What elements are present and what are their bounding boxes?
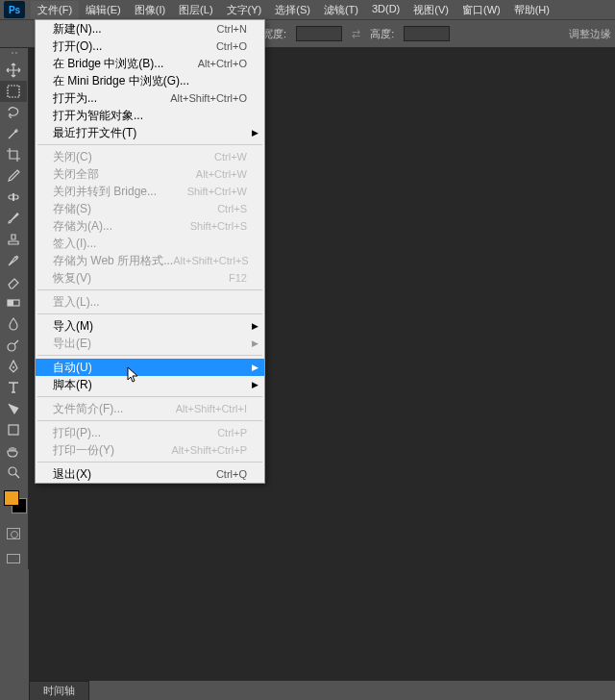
file-menu-item-5[interactable]: 打开为智能对象... bbox=[36, 107, 264, 124]
file-menu-item-2[interactable]: 在 Bridge 中浏览(B)...Alt+Ctrl+O bbox=[36, 55, 264, 72]
menu-3[interactable]: 图层(L) bbox=[172, 1, 219, 19]
menu-item-label: 打印(P)... bbox=[53, 425, 101, 441]
menu-10[interactable]: 帮助(H) bbox=[507, 1, 556, 19]
menu-2[interactable]: 图像(I) bbox=[128, 1, 172, 19]
file-menu-item-23[interactable]: 脚本(R)▶ bbox=[36, 376, 264, 393]
zoom-tool[interactable] bbox=[0, 462, 27, 483]
menu-separator bbox=[37, 313, 262, 314]
menu-item-shortcut: Shift+Ctrl+W bbox=[187, 186, 247, 197]
menu-8[interactable]: 视图(V) bbox=[406, 1, 455, 19]
height-field[interactable] bbox=[404, 26, 450, 41]
dodge-tool[interactable] bbox=[0, 335, 27, 356]
submenu-arrow-icon: ▶ bbox=[252, 321, 258, 331]
stamp-tool[interactable] bbox=[0, 229, 27, 250]
menu-1[interactable]: 编辑(E) bbox=[79, 1, 128, 19]
menu-item-label: 脚本(R) bbox=[53, 377, 92, 393]
file-menu-item-19[interactable]: 导入(M)▶ bbox=[36, 317, 264, 335]
svg-point-9 bbox=[9, 467, 16, 475]
file-menu-item-9: 关闭全部Alt+Ctrl+W bbox=[36, 165, 264, 183]
submenu-arrow-icon: ▶ bbox=[252, 128, 258, 138]
file-menu-item-3[interactable]: 在 Mini Bridge 中浏览(G)... bbox=[36, 72, 264, 89]
menu-item-label: 存储为(A)... bbox=[53, 218, 112, 235]
file-menu-item-8: 关闭(C)Ctrl+W bbox=[36, 148, 264, 165]
file-menu-item-4[interactable]: 打开为...Alt+Shift+Ctrl+O bbox=[36, 89, 264, 107]
svg-rect-8 bbox=[9, 425, 18, 435]
menu-item-shortcut: Alt+Ctrl+O bbox=[198, 58, 247, 69]
menu-item-label: 打开(O)... bbox=[53, 38, 102, 55]
file-menu-item-15: 恢复(V)F12 bbox=[36, 269, 264, 287]
submenu-arrow-icon: ▶ bbox=[252, 380, 258, 389]
width-field[interactable] bbox=[296, 26, 342, 41]
brush-tool[interactable] bbox=[0, 208, 27, 229]
menu-item-label: 新建(N)... bbox=[53, 21, 102, 38]
pen-tool[interactable] bbox=[0, 356, 27, 377]
height-label: 高度: bbox=[370, 27, 394, 41]
timeline-tab[interactable]: 时间轴 bbox=[29, 681, 89, 700]
menu-item-shortcut: Ctrl+Q bbox=[216, 468, 247, 480]
file-menu-item-22[interactable]: 自动(U)▶ bbox=[36, 359, 264, 376]
type-tool[interactable] bbox=[0, 377, 27, 398]
file-menu-item-0[interactable]: 新建(N)...Ctrl+N bbox=[36, 20, 264, 38]
menu-item-label: 导出(E) bbox=[53, 336, 91, 352]
menu-item-shortcut: Alt+Shift+Ctrl+I bbox=[176, 403, 247, 414]
path-tool[interactable] bbox=[0, 398, 27, 419]
screenmode-toggle[interactable] bbox=[0, 548, 27, 569]
menu-item-shortcut: Ctrl+N bbox=[217, 23, 247, 35]
menu-item-label: 存储(S) bbox=[53, 201, 91, 217]
gradient-tool[interactable] bbox=[0, 292, 27, 313]
file-menu-item-12: 存储为(A)...Shift+Ctrl+S bbox=[36, 217, 264, 235]
menu-item-label: 文件简介(F)... bbox=[53, 401, 123, 417]
menu-item-shortcut: Shift+Ctrl+S bbox=[190, 220, 247, 232]
menu-item-label: 退出(X) bbox=[53, 466, 91, 483]
toolbox-handle[interactable] bbox=[0, 52, 28, 60]
history-brush-tool[interactable] bbox=[0, 250, 27, 271]
file-menu-item-1[interactable]: 打开(O)...Ctrl+O bbox=[36, 38, 264, 55]
refine-edge-button[interactable]: 调整边缘 bbox=[569, 27, 611, 41]
menu-separator bbox=[37, 144, 262, 145]
svg-rect-2 bbox=[8, 86, 19, 97]
file-menu-item-13: 签入(I)... bbox=[36, 235, 264, 252]
menu-item-label: 在 Bridge 中浏览(B)... bbox=[53, 56, 163, 72]
menu-separator bbox=[37, 396, 262, 397]
file-menu-item-6[interactable]: 最近打开文件(T)▶ bbox=[36, 124, 264, 141]
shape-tool[interactable] bbox=[0, 419, 27, 440]
crop-tool[interactable] bbox=[0, 144, 27, 165]
svg-point-6 bbox=[8, 343, 15, 351]
file-menu-item-28: 打印一份(Y)Alt+Shift+Ctrl+P bbox=[36, 441, 264, 459]
menu-item-shortcut: Ctrl+W bbox=[214, 151, 247, 162]
color-swatches[interactable] bbox=[0, 488, 28, 519]
foreground-color-swatch[interactable] bbox=[4, 490, 19, 506]
menu-0[interactable]: 文件(F) bbox=[31, 1, 79, 19]
menu-item-label: 导入(M) bbox=[53, 318, 93, 335]
submenu-arrow-icon: ▶ bbox=[252, 338, 258, 348]
file-menu-item-30[interactable]: 退出(X)Ctrl+Q bbox=[36, 465, 264, 483]
menu-item-label: 置入(L)... bbox=[53, 294, 100, 311]
file-menu-item-17: 置入(L)... bbox=[36, 293, 264, 311]
eraser-tool[interactable] bbox=[0, 271, 27, 292]
menu-item-label: 打印一份(Y) bbox=[53, 442, 114, 459]
swap-wh-icon[interactable]: ⇄ bbox=[352, 28, 360, 40]
healing-tool[interactable] bbox=[0, 187, 27, 208]
move-tool[interactable] bbox=[0, 60, 27, 81]
marquee-tool[interactable] bbox=[0, 81, 27, 102]
quickmask-toggle[interactable] bbox=[0, 523, 27, 544]
toolbox bbox=[0, 48, 29, 569]
file-menu-item-27: 打印(P)...Ctrl+P bbox=[36, 424, 264, 441]
menu-separator bbox=[37, 355, 262, 356]
width-label: 宽度: bbox=[262, 27, 286, 41]
menu-5[interactable]: 选择(S) bbox=[268, 1, 317, 19]
wand-tool[interactable] bbox=[0, 123, 27, 144]
menu-6[interactable]: 滤镜(T) bbox=[317, 1, 365, 19]
menu-item-shortcut: Alt+Ctrl+W bbox=[196, 168, 247, 180]
bottom-panel-tabs: 时间轴 bbox=[29, 681, 89, 700]
menu-item-label: 签入(I)... bbox=[53, 236, 96, 252]
hand-tool[interactable] bbox=[0, 440, 27, 462]
menu-7[interactable]: 3D(D) bbox=[365, 1, 406, 19]
menu-4[interactable]: 文字(Y) bbox=[220, 1, 269, 19]
menu-9[interactable]: 窗口(W) bbox=[455, 1, 507, 19]
menu-item-label: 打开为智能对象... bbox=[53, 108, 143, 124]
blur-tool[interactable] bbox=[0, 313, 27, 335]
lasso-tool[interactable] bbox=[0, 102, 27, 123]
eyedropper-tool[interactable] bbox=[0, 165, 27, 187]
menu-item-shortcut: Ctrl+O bbox=[216, 40, 247, 52]
